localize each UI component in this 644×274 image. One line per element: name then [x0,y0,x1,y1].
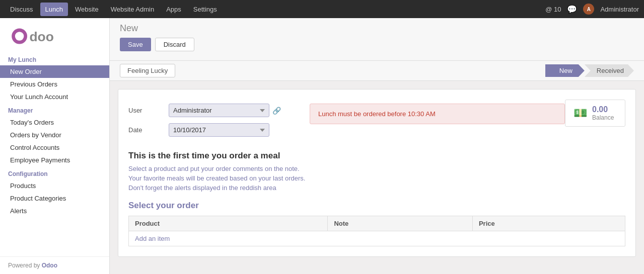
feeling-lucky-button[interactable]: Feeling Lucky [120,64,175,77]
table-header-row: Product Note Price [129,216,625,231]
form-buttons: Save Discard [120,38,634,51]
fields-and-alert: User Administrator 🔗 Date 10/10/2017 [128,104,565,143]
col-price: Price [472,216,625,231]
messages-icon[interactable]: 💬 [567,5,577,14]
order-table: Product Note Price Add an item [128,216,625,246]
nav-website[interactable]: Website [70,3,104,16]
discard-button[interactable]: Discard [155,38,194,51]
sidebar-item-orders-by-vendor[interactable]: Orders by Vendor [0,129,109,141]
user-name[interactable]: Administrator [600,6,639,13]
sidebar: doo My Lunch New Order Previous Orders Y… [0,18,110,274]
status-bar: Feeling Lucky New Received [110,61,644,81]
first-time-line-1: Select a product and put your order comm… [128,165,625,172]
notifications[interactable]: @ 10 [545,6,561,13]
nav-discuss[interactable]: Discuss [5,3,38,16]
sidebar-item-todays-orders[interactable]: Today's Orders [0,116,109,129]
balance-icon: 💵 [574,107,587,120]
odoo-logo: doo [8,25,68,47]
user-field-wrapper: Administrator 🔗 [169,104,281,117]
nav-lunch[interactable]: Lunch [40,3,68,16]
status-stages: New Received [545,64,634,77]
form-fields: User Administrator 🔗 Date 10/10/2017 [128,104,300,143]
alert-message: Lunch must be ordered before 10:30 AM [318,110,436,118]
top-nav-right: @ 10 💬 A Administrator [545,4,639,15]
col-note: Note [328,216,472,231]
save-button[interactable]: Save [120,38,151,51]
balance-widget: 💵 0.00 Balance [565,100,625,127]
sidebar-item-previous-orders[interactable]: Previous Orders [0,78,109,90]
sidebar-item-product-categories[interactable]: Product Categories [0,192,109,205]
user-avatar: A [583,4,594,15]
nav-website-admin[interactable]: Website Admin [106,3,159,16]
section-configuration: Configuration [0,166,109,179]
date-select[interactable]: 10/10/2017 [169,123,269,137]
svg-text:doo: doo [29,29,53,44]
avatar-initials: A [583,4,594,15]
first-time-line-3: Don't forget the alerts displayed in the… [128,184,625,192]
sidebar-item-products[interactable]: Products [0,179,109,192]
user-select[interactable]: Administrator [169,104,269,117]
add-item-label[interactable]: Add an item [135,235,170,242]
add-item-row[interactable]: Add an item [129,231,625,246]
add-item-cell[interactable]: Add an item [129,231,625,246]
sidebar-item-control-accounts[interactable]: Control Accounts [0,141,109,154]
powered-by: Powered by Odoo [0,256,109,274]
section-my-lunch: My Lunch [0,52,109,65]
user-field-row: User Administrator 🔗 [128,104,300,117]
balance-label: Balance [592,114,614,121]
nav-apps[interactable]: Apps [161,3,186,16]
date-label: Date [128,126,169,134]
svg-point-1 [15,32,24,41]
stage-received[interactable]: Received [585,64,634,77]
col-product: Product [129,216,328,231]
logo-area: doo [0,18,109,52]
form-title: New [120,23,634,34]
form-body: 💵 0.00 Balance User Administrator 🔗 [118,89,636,257]
sidebar-item-alerts[interactable]: Alerts [0,205,109,217]
first-time-heading: This is the first time you order a meal [128,151,625,161]
balance-amount: 0.00 [592,105,614,114]
order-section-title: Select your order [128,201,625,211]
balance-info: 0.00 Balance [592,105,614,121]
sidebar-item-employee-payments[interactable]: Employee Payments [0,154,109,166]
section-manager: Manager [0,103,109,116]
nav-settings[interactable]: Settings [188,3,222,16]
sidebar-item-your-lunch-account[interactable]: Your Lunch Account [0,90,109,103]
main-content: New Save Discard Feeling Lucky New Recei… [110,18,644,274]
stage-new[interactable]: New [545,64,585,77]
form-header: New Save Discard [110,18,644,61]
sidebar-item-new-order[interactable]: New Order [0,65,109,78]
date-field-row: Date 10/10/2017 [128,123,300,137]
top-navigation: Discuss Lunch Website Website Admin Apps… [0,0,644,18]
main-layout: doo My Lunch New Order Previous Orders Y… [0,18,644,274]
external-link-icon[interactable]: 🔗 [272,107,281,115]
alert-box: Lunch must be ordered before 10:30 AM [310,104,565,124]
user-label: User [128,107,169,114]
first-time-line-2: Your favorite meals will be created base… [128,174,625,182]
